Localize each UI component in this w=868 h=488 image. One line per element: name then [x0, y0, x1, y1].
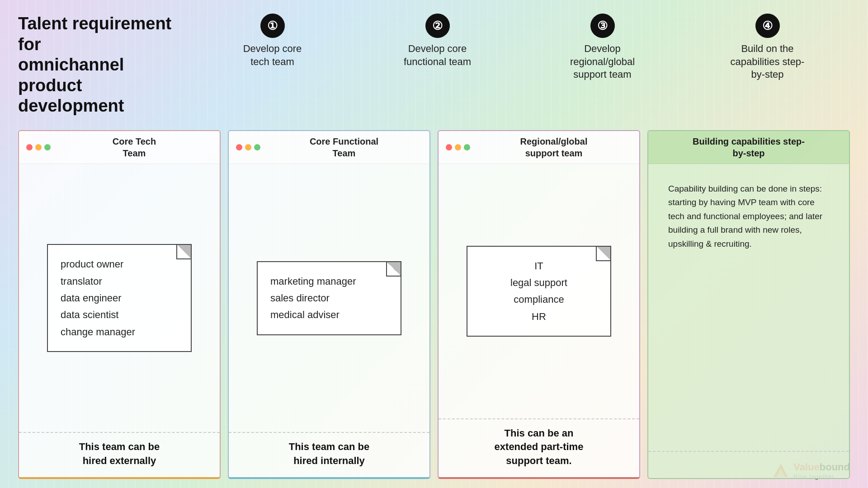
card-4-body: Capability building can be done in steps… [648, 164, 849, 451]
card-3-header: Regional/globalsupport team [439, 131, 639, 164]
page-title: Talent requirement for omnichannel produ… [18, 14, 190, 117]
card-4-footer [648, 451, 849, 478]
cards-row: Core TechTeam product owner translator d… [18, 130, 850, 479]
card-1-body: product owner translator data engineer d… [19, 164, 220, 432]
dot-green-1 [44, 144, 51, 150]
step-3-title: Developregional/globalsupport team [570, 42, 635, 81]
traffic-lights-2 [236, 144, 260, 150]
role-medical-adviser: medical adviser [270, 306, 388, 323]
step-4-number: ④ [755, 14, 780, 38]
dot-orange-1 [35, 144, 42, 150]
card-2-header: Core FunctionalTeam [229, 131, 429, 164]
card-2-title: Core FunctionalTeam [266, 136, 422, 159]
dot-red-1 [26, 144, 33, 150]
step-2-title: Develop corefunctional team [404, 42, 471, 68]
card-1-footer-text: This team can behired externally [28, 440, 211, 468]
card-2-footer: This team can behired internally [229, 432, 429, 477]
dot-red-3 [446, 144, 452, 150]
card-1-title: Core TechTeam [56, 136, 212, 159]
dot-green-2 [254, 144, 260, 150]
card-capabilities: Building capabilities step-by-step Capab… [647, 130, 850, 479]
step-2-header: ② Develop corefunctional team [356, 14, 519, 81]
card-3-footer: This can be anextended part-timesupport … [439, 418, 639, 477]
role-compliance: compliance [480, 291, 598, 308]
step-4-header: ④ Build on thecapabilities step-by-step [686, 14, 849, 81]
step-4-title: Build on thecapabilities step-by-step [731, 42, 805, 81]
card-4-header: Building capabilities step-by-step [648, 131, 849, 164]
dot-green-3 [464, 144, 470, 150]
role-it: IT [480, 258, 598, 274]
step-3-number: ③ [590, 14, 615, 38]
card-1-doc: product owner translator data engineer d… [47, 244, 192, 352]
card-2-body: marketing manager sales director medical… [229, 164, 429, 432]
card-1-roles: product owner translator data engineer d… [61, 256, 178, 340]
role-sales-director: sales director [270, 290, 388, 306]
dot-orange-2 [245, 144, 251, 150]
role-data-scientist: data scientist [61, 306, 178, 323]
card-3-doc: IT legal support compliance HR [467, 246, 611, 337]
header-row: Talent requirement for omnichannel produ… [18, 14, 850, 117]
card-core-functional: Core FunctionalTeam marketing manager sa… [228, 130, 430, 479]
card-2-roles: marketing manager sales director medical… [270, 273, 388, 324]
role-legal-support: legal support [480, 274, 598, 291]
step-3-header: ③ Developregional/globalsupport team [521, 14, 684, 81]
role-hr: HR [480, 308, 598, 325]
card-1-footer: This team can behired externally [19, 432, 220, 477]
step-1-header: ① Develop coretech team [191, 14, 354, 81]
main-container: Talent requirement for omnichannel produ… [0, 0, 868, 488]
traffic-lights-3 [446, 144, 470, 150]
card-2-doc: marketing manager sales director medical… [257, 261, 401, 335]
step-2-number: ② [425, 14, 450, 38]
card-core-tech: Core TechTeam product owner translator d… [18, 130, 221, 479]
dot-orange-3 [455, 144, 461, 150]
card-4-text: Capability building can be done in steps… [657, 175, 840, 442]
role-translator: translator [61, 273, 178, 290]
dot-red-2 [236, 144, 242, 150]
card-3-footer-text: This can be anextended part-timesupport … [448, 427, 630, 468]
role-data-engineer: data engineer [61, 290, 178, 306]
card-2-footer-text: This team can behired internally [238, 440, 420, 468]
role-product-owner: product owner [61, 256, 178, 272]
card-4-title: Building capabilities step-by-step [656, 136, 842, 159]
card-3-roles: IT legal support compliance HR [480, 258, 598, 325]
card-regional-global: Regional/globalsupport team IT legal sup… [438, 130, 640, 479]
card-3-title: Regional/globalsupport team [476, 136, 632, 159]
steps-row: ① Develop coretech team ② Develop corefu… [190, 14, 850, 81]
step-1-title: Develop coretech team [243, 42, 302, 68]
traffic-lights-1 [26, 144, 51, 150]
role-change-manager: change manager [61, 324, 178, 340]
title-block: Talent requirement for omnichannel produ… [18, 14, 190, 117]
card-1-header: Core TechTeam [19, 131, 220, 164]
step-1-number: ① [260, 14, 285, 38]
card-3-body: IT legal support compliance HR [439, 164, 639, 418]
role-marketing-manager: marketing manager [270, 273, 388, 290]
